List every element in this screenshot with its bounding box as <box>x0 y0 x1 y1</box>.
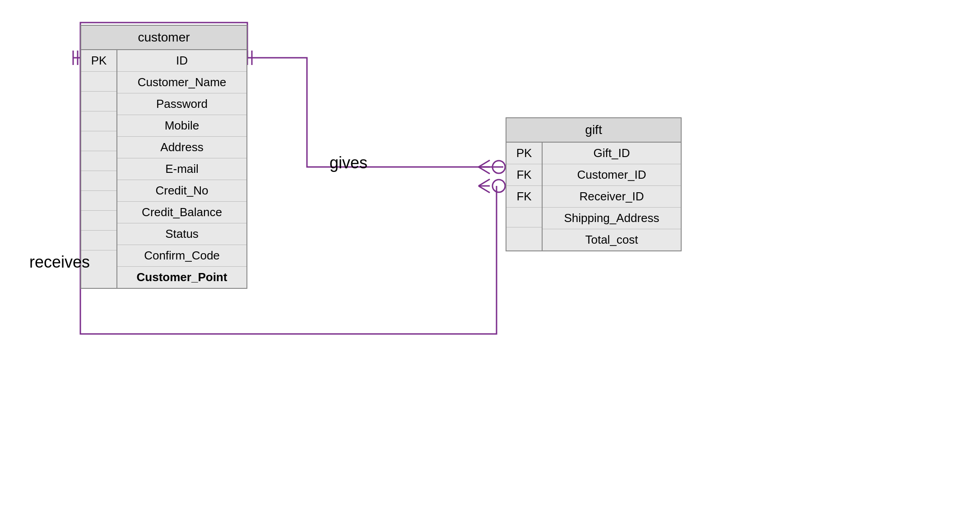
gift-table: gift PK FK FK Gift_ID Customer_ID Receiv… <box>506 117 682 251</box>
pk-empty-7 <box>81 191 116 211</box>
gift-field-shipping: Shipping_Address <box>543 208 681 229</box>
field-credit-balance: Credit_Balance <box>117 202 246 223</box>
gift-table-body: PK FK FK Gift_ID Customer_ID Receiver_ID… <box>506 143 681 250</box>
svg-point-6 <box>492 180 505 192</box>
customer-fields-col: ID Customer_Name Password Mobile Address… <box>117 50 246 288</box>
diagram-container: customer PK ID Customer_Name Password <box>0 0 980 514</box>
pk-empty-1 <box>81 72 116 92</box>
field-id: ID <box>117 50 246 72</box>
field-credit-no: Credit_No <box>117 180 246 202</box>
field-customer-name: Customer_Name <box>117 72 246 93</box>
customer-pk-col: PK <box>81 50 117 288</box>
field-customer-point: Customer_Point <box>117 267 246 288</box>
field-address: Address <box>117 137 246 158</box>
pk-label-id: PK <box>81 50 116 72</box>
gift-key-col: PK FK FK <box>506 143 543 250</box>
gives-label: gives <box>330 153 367 172</box>
field-mobile: Mobile <box>117 115 246 137</box>
pk-empty-8 <box>81 211 116 231</box>
pk-empty-2 <box>81 92 116 111</box>
svg-point-2 <box>492 161 505 173</box>
receives-label: receives <box>29 253 90 272</box>
customer-table: customer PK ID Customer_Name Password <box>80 25 247 289</box>
pk-empty-6 <box>81 171 116 191</box>
gift-fk1-row: FK <box>506 164 542 186</box>
svg-line-8 <box>478 186 490 193</box>
field-status: Status <box>117 223 246 245</box>
gift-field-total: Total_cost <box>543 229 681 250</box>
gift-field-id: Gift_ID <box>543 143 681 164</box>
svg-line-3 <box>478 160 490 167</box>
gift-fields-col: Gift_ID Customer_ID Receiver_ID Shipping… <box>543 143 681 250</box>
gift-field-customer-id: Customer_ID <box>543 164 681 186</box>
customer-table-body: PK ID Customer_Name Password Mobile Addr… <box>81 50 246 288</box>
pk-empty-4 <box>81 131 116 151</box>
field-password: Password <box>117 93 246 115</box>
pk-empty-3 <box>81 111 116 131</box>
gift-fk2-row: FK <box>506 186 542 208</box>
gift-empty-1 <box>506 208 542 227</box>
gift-pk-row: PK <box>506 143 542 164</box>
field-email: E-mail <box>117 158 246 180</box>
pk-empty-5 <box>81 151 116 171</box>
customer-table-title: customer <box>81 26 246 50</box>
gift-empty-2 <box>506 227 542 247</box>
field-confirm-code: Confirm_Code <box>117 245 246 267</box>
svg-line-7 <box>478 179 490 186</box>
svg-line-4 <box>478 167 490 174</box>
gift-table-title: gift <box>506 118 681 143</box>
pk-empty-9 <box>81 231 116 250</box>
gift-field-receiver-id: Receiver_ID <box>543 186 681 208</box>
